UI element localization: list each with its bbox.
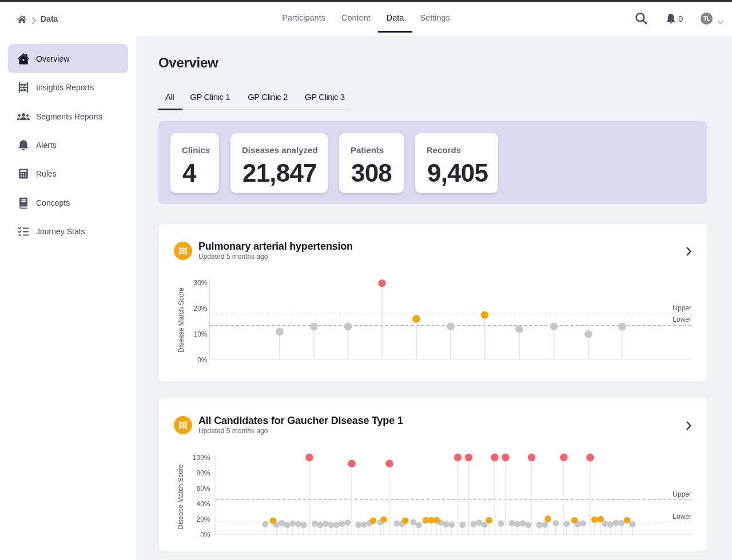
svg-text:30%: 30% <box>193 279 207 287</box>
svg-text:0%: 0% <box>197 356 208 364</box>
svg-text:Disease Match Score: Disease Match Score <box>177 287 185 353</box>
svg-text:60%: 60% <box>196 485 210 493</box>
svg-text:Upper: Upper <box>673 490 691 498</box>
svg-text:Lower: Lower <box>673 513 691 521</box>
svg-text:20%: 20% <box>193 305 207 313</box>
svg-text:20%: 20% <box>196 515 210 523</box>
svg-text:Upper: Upper <box>673 304 691 312</box>
svg-text:80%: 80% <box>196 469 210 477</box>
svg-text:0%: 0% <box>200 531 210 539</box>
svg-text:40%: 40% <box>196 500 210 508</box>
svg-text:Lower: Lower <box>673 315 691 323</box>
svg-text:100%: 100% <box>193 454 210 462</box>
svg-text:Disease Match Score: Disease Match Score <box>177 464 185 529</box>
svg-text:10%: 10% <box>193 330 207 338</box>
